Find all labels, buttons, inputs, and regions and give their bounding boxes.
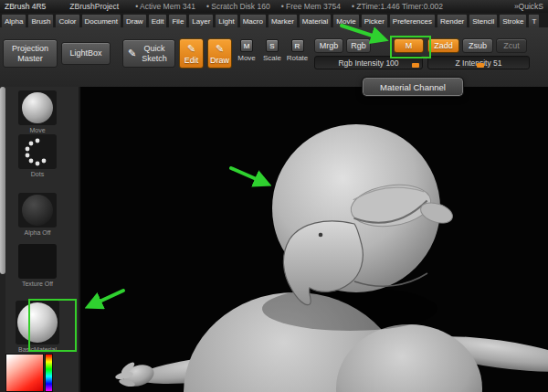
menu-stencil[interactable]: Stencil [469, 14, 498, 27]
top-shelf-toolbar: Projection Master LightBox ✎ Quick Sketc… [0, 27, 548, 87]
rgb-button[interactable]: Rgb [346, 38, 371, 53]
quick-save-indicator: »QuickS [514, 2, 543, 11]
texture-thumbnail [18, 244, 57, 279]
tray-item-basic-material[interactable]: BasicMaterial [11, 301, 64, 353]
z-intensity-knob[interactable] [477, 63, 484, 68]
title-bar: ZBrush 4R5 ZBrushProject • Active Mem 34… [0, 0, 548, 13]
edit-button[interactable]: ✎ Edit [179, 38, 204, 69]
projection-master-button[interactable]: Projection Master [3, 39, 58, 68]
stat-free-mem: • Free Mem 3754 [281, 2, 341, 11]
rotate-button[interactable]: R Rotate [285, 39, 310, 62]
lightbox-button[interactable]: LightBox [61, 42, 111, 65]
menu-material[interactable]: Material [299, 14, 332, 27]
move-thumbnail [18, 90, 57, 125]
tray-scrollbar-track [0, 87, 5, 392]
tray-item-texture[interactable]: Texture Off [11, 244, 64, 287]
menu-marker[interactable]: Marker [268, 14, 298, 27]
menu-preferences[interactable]: Preferences [389, 14, 436, 27]
menu-document[interactable]: Document [81, 14, 121, 27]
move-item-label: Move [29, 127, 45, 133]
draw-button[interactable]: ✎ Draw [207, 38, 232, 69]
alpha-thumbnail [18, 193, 57, 228]
bird-sculpt-render [80, 87, 548, 392]
z-intensity-slider[interactable]: Z Intensity 51 [427, 56, 530, 69]
tray-item-dots[interactable]: Dots [11, 134, 64, 177]
rgb-intensity-label: Rgb Intensity 100 [338, 58, 398, 68]
tray-scrollbar-thumb[interactable] [0, 87, 5, 274]
menu-tool[interactable]: T [528, 14, 540, 27]
tray-item-alpha[interactable]: Alpha Off [11, 193, 64, 236]
stat-ztime: • ZTime:1.446 Timer:0.002 [352, 2, 443, 11]
texture-item-label: Texture Off [22, 281, 53, 287]
scale-button[interactable]: S Scale [260, 39, 284, 62]
alpha-item-label: Alpha Off [24, 229, 50, 236]
menu-color[interactable]: Color [55, 14, 79, 27]
menu-render[interactable]: Render [437, 14, 468, 27]
rotate-letter-icon: R [291, 39, 304, 52]
hue-strip[interactable] [45, 354, 53, 392]
mrgb-button[interactable]: Mrgb [314, 38, 343, 53]
scale-letter-icon: S [266, 39, 279, 52]
rgb-intensity-slider[interactable]: Rgb Intensity 100 [314, 56, 423, 69]
menu-stroke[interactable]: Stroke [499, 14, 527, 27]
zsub-button[interactable]: Zsub [462, 38, 493, 53]
tray-item-move[interactable]: Move [11, 90, 64, 133]
app-title: ZBrush 4R5 [5, 2, 46, 11]
menu-macro[interactable]: Macro [239, 14, 267, 27]
quick-sketch-button[interactable]: ✎ Quick Sketch [122, 39, 175, 68]
left-tray: Move Dots Alpha Off [0, 87, 80, 392]
color-picker[interactable] [5, 354, 44, 392]
move-button[interactable]: M Move [235, 39, 258, 62]
edit-pencil-icon: ✎ [187, 44, 195, 54]
material-thumbnail [16, 301, 59, 344]
zadd-button[interactable]: Zadd [427, 38, 459, 53]
dots-icon [22, 136, 53, 167]
material-channel-tooltip: Material Channel [363, 78, 463, 96]
draw-pen-icon: ✎ [216, 44, 224, 54]
scale-label: Scale [263, 54, 281, 62]
material-item-label: BasicMaterial [18, 346, 57, 353]
menu-brush[interactable]: Brush [27, 14, 54, 27]
quick-sketch-label: Quick Sketch [139, 44, 170, 63]
stat-scratch-disk: • Scratch Disk 160 [206, 2, 270, 11]
dots-item-label: Dots [31, 171, 44, 177]
menu-picker[interactable]: Picker [361, 14, 388, 27]
edit-label: Edit [184, 56, 199, 65]
menu-alpha[interactable]: Alpha [1, 14, 26, 27]
stat-active-mem: • Active Mem 341 [135, 2, 195, 11]
zcut-button[interactable]: Zcut [496, 38, 527, 53]
move-label: Move [237, 54, 256, 62]
material-sphere-icon [17, 302, 58, 343]
menu-light[interactable]: Light [215, 14, 237, 27]
menu-movie[interactable]: Movie [332, 14, 359, 27]
menu-edit[interactable]: Edit [148, 14, 168, 27]
document-canvas[interactable] [80, 87, 548, 392]
rotate-label: Rotate [287, 54, 309, 62]
menu-file[interactable]: File [168, 14, 187, 27]
move-sphere-icon [22, 92, 53, 123]
pencil-icon: ✎ [128, 48, 136, 58]
material-channel-button[interactable]: M [394, 38, 424, 53]
menu-draw[interactable]: Draw [122, 14, 147, 27]
project-name: ZBrushProject [69, 2, 119, 11]
menu-layer[interactable]: Layer [188, 14, 214, 27]
dots-thumbnail [18, 134, 57, 169]
move-letter-icon: M [240, 39, 253, 52]
draw-label: Draw [210, 56, 229, 65]
alpha-sphere-icon [22, 195, 53, 226]
menu-bar: Alpha Brush Color Document Draw Edit Fil… [0, 13, 548, 27]
rgb-intensity-knob[interactable] [412, 63, 419, 68]
